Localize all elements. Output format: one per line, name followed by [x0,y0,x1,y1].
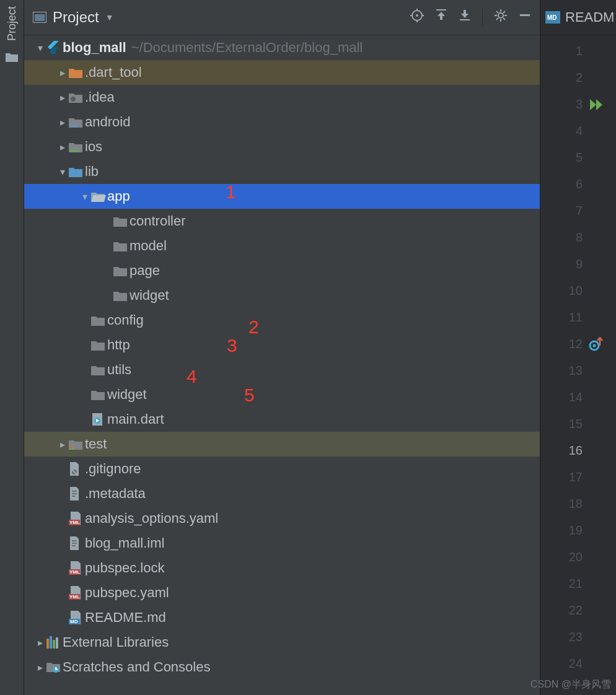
chevron-right-icon[interactable]: ▸ [56,67,69,79]
svg-text:YML: YML [69,594,80,600]
line-number: 19 [569,517,583,544]
project-panel: Project ▼ ▾blog_mall~/Documents/External… [24,0,540,695]
annotation-number: 3 [227,335,237,356]
tree-row[interactable]: ▾lib [24,159,540,184]
tree-row[interactable]: ▸test [24,432,540,457]
tree-row[interactable]: main.dart [24,407,540,432]
editor-tab[interactable]: MD READM [540,0,616,35]
tree-row[interactable]: model [24,234,540,258]
project-tool-button[interactable]: Project [6,6,19,41]
svg-line-18 [503,18,505,20]
panel-header: Project ▼ [24,0,540,35]
tree-row[interactable]: config [24,308,540,333]
svg-point-12 [498,13,503,18]
svg-text:YML: YML [69,569,80,575]
tree-item-label: widget [130,287,169,304]
folder-icon [113,290,130,301]
tree-row[interactable]: page [24,258,540,283]
tree-row[interactable]: blog_mall.iml [24,531,540,556]
tree-row[interactable]: YMLanalysis_options.yaml [24,506,540,531]
chevron-down-icon[interactable]: ▾ [56,166,69,178]
tree-row[interactable]: ▾blog_mall~/Documents/ExternalOrder/blog… [24,35,540,60]
editor-area: MD READM 1234567891011121314151617181920… [540,0,616,695]
dropdown-icon[interactable]: ▼ [105,12,114,22]
chevron-down-icon[interactable]: ▾ [79,191,91,203]
run-gutter-icon[interactable] [590,91,604,118]
svg-point-52 [593,344,596,347]
tree-row[interactable]: .metadata [24,481,540,506]
line-number: 17 [569,464,583,491]
file-git-icon [69,462,85,476]
line-number: 13 [569,357,583,384]
svg-rect-46 [53,640,55,649]
tree-row[interactable]: http [24,333,540,357]
tree-row[interactable]: ▸Scratches and Consoles [24,655,540,680]
chevron-down-icon[interactable]: ▾ [34,42,46,54]
flutter-icon [46,41,63,55]
tool-strip-folder-icon[interactable] [6,52,18,62]
minimize-icon[interactable] [519,9,531,26]
panel-title[interactable]: Project ▼ [33,9,114,26]
chevron-right-icon[interactable]: ▸ [56,439,69,450]
folder-icon [91,339,107,351]
gear-icon[interactable] [494,9,508,26]
line-number: 16 [569,437,583,464]
folder-icon [91,389,107,400]
scratch-icon [46,661,63,673]
project-icon [33,12,46,23]
breakpoint-gutter-icon[interactable] [589,331,604,357]
tree-row[interactable]: YMLpubspec.lock [24,556,540,580]
yml-icon: YML [69,586,85,600]
tree-row[interactable]: widget [24,283,540,308]
expand-all-icon[interactable] [435,9,447,26]
project-tree[interactable]: ▾blog_mall~/Documents/ExternalOrder/blog… [24,35,540,695]
line-number: 3 [576,91,583,118]
chevron-right-icon[interactable]: ▸ [34,637,46,649]
tree-item-label: .metadata [85,486,146,502]
tree-row[interactable]: ▾app [24,184,540,209]
folder-icon [113,216,130,227]
svg-line-20 [503,11,505,13]
tree-item-label: ios [85,139,102,155]
tree-item-label: utils [107,362,131,378]
tree-row[interactable]: .gitignore [24,457,540,481]
line-number: 5 [576,144,583,171]
annotation-number: 4 [187,366,197,387]
chevron-right-icon[interactable]: ▸ [56,92,69,103]
tree-row[interactable]: MDREADME.md [24,605,540,630]
tree-item-label: app [107,188,130,204]
svg-rect-21 [520,14,530,16]
tree-item-label: main.dart [107,411,164,427]
folder-icon [91,364,107,375]
svg-rect-24 [71,150,78,152]
collapse-all-icon[interactable] [459,9,471,26]
folder-orange-icon [69,67,85,78]
line-number: 23 [569,624,583,650]
yml-icon: YML [69,512,85,525]
tree-row[interactable]: controller [24,209,540,234]
target-icon[interactable] [410,9,424,26]
tree-item-label: model [130,238,167,254]
line-number: 14 [569,384,583,411]
chevron-right-icon[interactable]: ▸ [56,141,69,153]
tree-row[interactable]: ▸.dart_tool [24,60,540,85]
folder-icon [113,265,130,276]
tree-row[interactable]: ▸android [24,110,540,134]
svg-rect-47 [56,637,58,649]
annotation-number: 2 [249,317,259,338]
tree-row[interactable]: widget [24,382,540,407]
editor-tab-label: READM [565,9,614,25]
tree-row[interactable]: ▸ios [24,134,540,159]
file-icon [69,487,85,500]
chevron-right-icon[interactable]: ▸ [34,662,46,673]
tree-row[interactable]: YMLpubspec.yaml [24,580,540,605]
tree-row[interactable]: utils [24,357,540,382]
svg-rect-32 [72,496,76,497]
editor-gutter: 123456789101112131415161718192021222324 [540,35,616,695]
line-number: 7 [576,198,583,224]
tree-row[interactable]: ▸External Libraries [24,630,540,655]
chevron-right-icon[interactable]: ▸ [56,116,69,128]
svg-rect-31 [72,493,77,494]
tool-strip: Project [0,0,24,695]
tree-row[interactable]: ▸.idea [24,85,540,110]
